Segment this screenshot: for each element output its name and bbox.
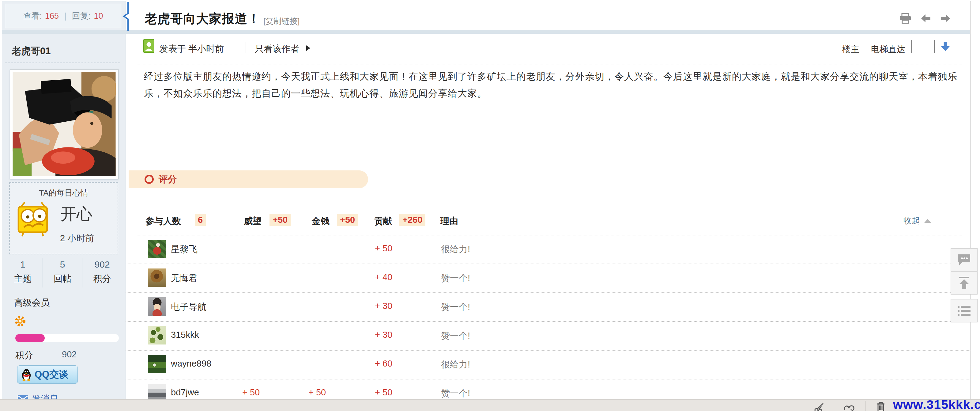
credit-value: 902	[62, 349, 76, 360]
rating-section-title: 评分	[159, 173, 177, 186]
post-content: 经过多位版主朋友的热情邀约，今天我正式上线和大家见面！在这里见到了许多矿坛上的老…	[144, 68, 957, 102]
collapse-label: 收起	[904, 215, 920, 226]
rater-reason: 很给力!	[441, 358, 470, 371]
user-rank: 高级会员	[14, 297, 49, 309]
online-user-badge-icon	[143, 39, 154, 53]
only-author-caret-icon	[306, 45, 310, 51]
rating-row: 电子导航 + 30 赞一个!	[126, 293, 970, 322]
stat-replies-label: 回帖	[43, 273, 83, 285]
rater-reason: 很给力!	[441, 243, 470, 256]
qq-chat-button[interactable]: QQ交谈	[17, 365, 78, 384]
happy-owl-emoticon-icon	[15, 200, 52, 237]
weiwang-column-label: 威望	[244, 215, 261, 228]
rating-row: 315kkk + 30 赞一个!	[126, 322, 970, 350]
money-column-label: 金钱	[312, 215, 329, 228]
header-divider-strip	[2, 30, 970, 34]
rater-contrib-value: + 60	[375, 358, 392, 369]
views-label: 查看:	[23, 10, 42, 21]
scissors-icon[interactable]	[814, 402, 825, 411]
post-meta-divider-line	[135, 64, 962, 64]
participants-label: 参与人数	[145, 215, 181, 228]
views-replies-box: 查看: 165 | 回复: 10	[5, 4, 121, 28]
top-border-line	[0, 0, 980, 0]
views-replies-divider: |	[62, 11, 69, 21]
rater-contrib-value: + 30	[375, 330, 392, 340]
rater-name[interactable]: bd7jwe	[171, 387, 199, 398]
qq-penguin-icon	[21, 368, 32, 381]
rater-name[interactable]: 电子导航	[171, 301, 207, 313]
thread-list-button[interactable]	[951, 299, 978, 322]
rater-avatar[interactable]	[148, 326, 166, 344]
back-to-top-button[interactable]	[951, 271, 978, 295]
rater-reason: 赞一个!	[441, 301, 470, 313]
quick-reply-button[interactable]	[951, 248, 978, 272]
bottom-strip	[0, 399, 980, 411]
mood-title: TA的每日心情	[9, 188, 118, 198]
stat-credits[interactable]: 902 积分	[82, 258, 122, 287]
credit-label: 积分	[15, 349, 33, 362]
replies-count: 10	[94, 11, 103, 21]
next-thread-icon[interactable]	[940, 14, 951, 23]
loops-doodle-icon[interactable]	[843, 403, 856, 411]
rating-section-bar: 评分	[129, 170, 368, 188]
rater-contrib-value: + 40	[375, 272, 392, 282]
rater-avatar[interactable]	[148, 269, 166, 287]
rater-reason: 赞一个!	[441, 330, 470, 342]
printer-icon[interactable]	[899, 13, 912, 24]
rank-progress-bar	[15, 334, 119, 342]
cameraman-photo	[13, 72, 116, 176]
rater-avatar[interactable]	[148, 355, 166, 373]
contrib-total: +260	[399, 214, 425, 226]
goto-floor-input[interactable]	[912, 40, 935, 53]
stat-replies-value: 5	[43, 259, 83, 270]
reason-column-label: 理由	[441, 215, 458, 228]
trash-icon[interactable]	[877, 401, 885, 411]
stat-credits-label: 积分	[83, 273, 122, 285]
prev-thread-icon[interactable]	[921, 14, 931, 23]
stat-threads-label: 主题	[3, 273, 43, 285]
weiwang-total: +50	[269, 214, 291, 226]
replies-label: 回复:	[72, 10, 91, 21]
author-avatar[interactable]	[10, 69, 119, 179]
participants-count: 6	[195, 214, 206, 226]
rater-money-value: + 50	[309, 387, 326, 398]
stat-threads[interactable]: 1 主题	[3, 258, 43, 287]
rater-reason: 赞一个!	[441, 387, 470, 400]
money-total: +50	[337, 214, 358, 226]
collapse-up-triangle-icon	[924, 219, 931, 223]
mood-word: 开心	[60, 204, 92, 225]
site-watermark: www.315kkk.com	[893, 398, 980, 411]
mood-time: 2 小时前	[60, 232, 94, 245]
rating-row: 星黎飞 + 50 很给力!	[126, 236, 970, 264]
stat-threads-value: 1	[3, 259, 43, 270]
rater-name[interactable]: 星黎飞	[171, 243, 197, 256]
rater-weiwang-value: + 50	[242, 387, 260, 398]
author-username[interactable]: 老虎哥01	[12, 45, 51, 57]
rater-name[interactable]: wayne898	[171, 358, 211, 369]
stat-credits-value: 902	[83, 259, 122, 270]
copy-link[interactable]: [复制链接]	[263, 16, 299, 27]
user-stats: 1 主题 5 回帖 902 积分	[3, 258, 122, 287]
views-count: 165	[45, 11, 59, 21]
only-author-link[interactable]: 只看该作者	[255, 43, 299, 55]
rating-circle-icon	[145, 175, 154, 184]
rating-rows: 星黎飞 + 50 很给力! 无悔君 + 40 赞一个! 电子导航 + 30 赞一…	[126, 236, 970, 408]
posted-time: 发表于 半小时前	[159, 43, 224, 55]
stat-replies[interactable]: 5 回帖	[43, 258, 83, 287]
contrib-column-label: 贡献	[374, 215, 392, 228]
rater-avatar[interactable]	[148, 240, 166, 258]
elevator-label[interactable]: 电梯直达	[871, 43, 905, 55]
toolbar-divider	[865, 401, 866, 411]
rater-avatar[interactable]	[148, 297, 166, 316]
rank-progress-fill	[15, 334, 45, 342]
meta-divider	[246, 42, 246, 53]
content-right-border	[970, 1, 970, 399]
rater-name[interactable]: 315kkk	[171, 330, 199, 340]
thread-list-icon	[957, 305, 971, 316]
collapse-ratings-link[interactable]: 收起	[904, 215, 931, 226]
qq-chat-label: QQ交谈	[35, 368, 68, 381]
elevator-down-icon[interactable]	[941, 42, 950, 51]
rater-contrib-value: + 50	[375, 387, 392, 398]
rater-contrib-value: + 50	[375, 243, 392, 253]
rater-name[interactable]: 无悔君	[171, 272, 197, 284]
